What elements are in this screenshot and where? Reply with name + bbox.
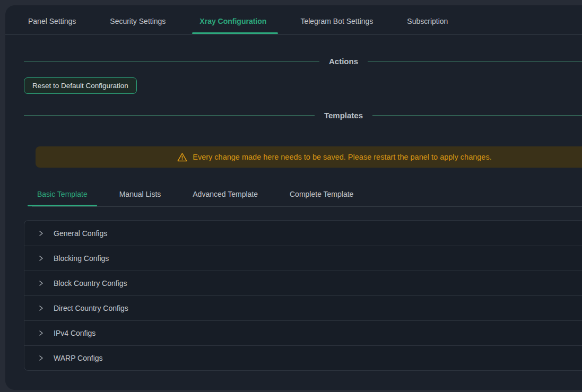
tab-security-settings[interactable]: Security Settings	[106, 16, 170, 27]
xray-configuration-page: { "header_tabs": { "items": [ { "label":…	[0, 0, 582, 392]
tab-subscription[interactable]: Subscription	[403, 16, 452, 27]
tab-manual-lists[interactable]: Manual Lists	[114, 189, 167, 199]
chevron-right-icon	[38, 230, 44, 237]
divider-line	[372, 115, 582, 116]
tab-xray-configuration[interactable]: Xray Configuration	[195, 16, 271, 27]
tab-basic-template[interactable]: Basic Template	[32, 189, 93, 199]
tab-telegram-bot-settings[interactable]: Telegram Bot Settings	[296, 16, 377, 27]
collapse-item-warp-configs[interactable]: WARP Configs	[24, 345, 582, 370]
tab-panel-settings[interactable]: Panel Settings	[24, 16, 80, 27]
warning-message: Every change made here needs to be saved…	[193, 153, 491, 161]
collapse-item-label: IPv4 Configs	[54, 329, 95, 337]
collapse-item-label: Blocking Configs	[54, 254, 109, 263]
chevron-right-icon	[38, 255, 44, 262]
settings-tabbar: Panel Settings Security Settings Xray Co…	[5, 5, 582, 34]
templates-section-divider: Templates	[5, 111, 582, 120]
warning-triangle-icon	[177, 152, 188, 163]
actions-section-title: Actions	[329, 57, 358, 66]
tab-advanced-template[interactable]: Advanced Template	[187, 189, 263, 199]
collapse-item-label: Block Country Configs	[54, 279, 127, 288]
collapse-item-block-country-configs[interactable]: Block Country Configs	[24, 271, 582, 295]
collapse-item-general-configs[interactable]: General Configs	[24, 221, 582, 246]
divider-line	[24, 115, 315, 116]
divider-line	[368, 61, 582, 62]
divider-line	[24, 61, 319, 62]
chevron-right-icon	[38, 305, 44, 311]
restart-warning-alert: Every change made here needs to be saved…	[36, 146, 582, 168]
collapse-item-direct-country-configs[interactable]: Direct Country Configs	[24, 295, 582, 320]
tab-complete-template[interactable]: Complete Template	[284, 189, 359, 199]
collapse-item-label: WARP Configs	[54, 354, 103, 362]
chevron-right-icon	[38, 280, 44, 286]
chevron-right-icon	[38, 330, 44, 336]
chevron-right-icon	[38, 355, 44, 361]
template-tabbar: Basic Template Manual Lists Advanced Tem…	[32, 189, 582, 207]
collapse-item-label: Direct Country Configs	[54, 304, 128, 312]
config-collapse-list: General Configs Blocking Configs Block C…	[24, 220, 582, 371]
templates-section-title: Templates	[324, 111, 363, 120]
collapse-item-ipv4-configs[interactable]: IPv4 Configs	[24, 320, 582, 345]
collapse-item-label: General Configs	[54, 229, 107, 238]
collapse-item-blocking-configs[interactable]: Blocking Configs	[24, 246, 582, 271]
reset-to-default-button[interactable]: Reset to Default Configuration	[24, 77, 137, 94]
actions-section-divider: Actions	[5, 57, 582, 66]
settings-card: Panel Settings Security Settings Xray Co…	[5, 5, 582, 390]
